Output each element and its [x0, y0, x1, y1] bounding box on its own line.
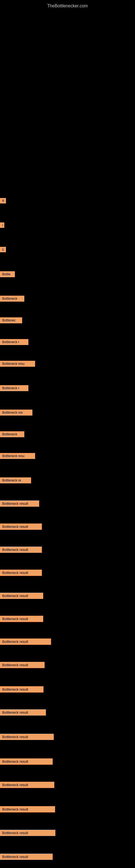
- bottleneck-result-item: Bottlenec: [0, 317, 22, 323]
- bottleneck-result-item: Bottleneck: [0, 296, 24, 302]
- bottleneck-result-item: Bottleneck result: [0, 593, 43, 599]
- bottleneck-result-item: Bottleneck result: [0, 569, 42, 576]
- bottleneck-result-item: Bottleneck result: [0, 758, 53, 765]
- bottleneck-result-item: B: [0, 198, 6, 204]
- site-title: TheBottlenecker.com: [0, 1, 135, 10]
- bottleneck-result-item: Bottleneck result: [0, 662, 45, 668]
- bottleneck-result-item: Bottleneck res: [0, 410, 32, 415]
- bottleneck-result-item: Bottleneck r: [0, 385, 28, 391]
- bottleneck-result-item: Bottleneck result: [0, 547, 42, 553]
- bottleneck-result-item: Bottleneck result: [0, 782, 54, 788]
- bottleneck-result-item: Bottleneck result: [0, 616, 43, 622]
- bottleneck-result-item: Bottleneck result: [0, 709, 46, 716]
- bottleneck-result-item: Bottleneck r: [0, 339, 28, 345]
- bottleneck-result-item: Bottleneck resu: [0, 361, 35, 367]
- bottleneck-result-item: Bottleneck result: [0, 524, 42, 530]
- bottleneck-result-item: Bottleneck re: [0, 477, 31, 484]
- bottleneck-result-item: E: [0, 247, 6, 252]
- bottleneck-result-item: Bottleneck result: [0, 854, 53, 860]
- bottleneck-result-item: Bottleneck result: [0, 500, 39, 507]
- bottleneck-result-item: |: [0, 222, 4, 228]
- bottleneck-result-item: Bottleneck result: [0, 686, 43, 692]
- bottleneck-result-item: Bottleneck result: [0, 830, 55, 836]
- bottleneck-result-item: Bottleneck result: [0, 639, 51, 645]
- bottleneck-result-item: Bottleneck result: [0, 734, 54, 740]
- bottleneck-result-item: Bottleneck result: [0, 806, 55, 812]
- bottleneck-result-item: Bottleneck: [0, 431, 24, 437]
- bottleneck-result-item: Bottleneck resu: [0, 453, 35, 459]
- bottleneck-result-item: Bottle: [0, 271, 15, 277]
